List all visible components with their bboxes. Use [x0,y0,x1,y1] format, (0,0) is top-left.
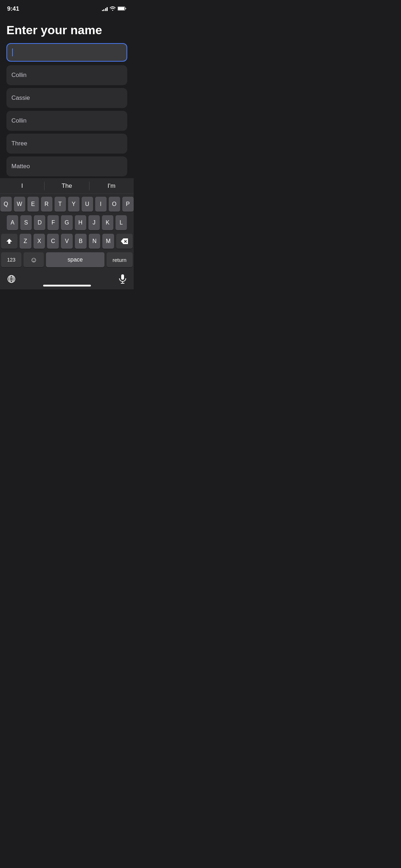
key-v[interactable]: V [61,234,73,249]
status-bar: 9:41 [0,0,134,16]
predictive-word-left[interactable]: I [0,182,44,190]
home-indicator [43,285,91,286]
key-q[interactable]: Q [0,197,12,212]
predictive-bar: I The I'm [0,178,134,194]
wifi-icon [110,6,115,12]
suggestion-text: Collin [11,117,27,124]
suggestion-item-collin-1[interactable]: Collin [6,65,127,85]
suggestion-item-cassie[interactable]: Cassie [6,88,127,108]
suggestion-item-matteo[interactable]: Matteo [6,156,127,176]
battery-icon [118,6,127,12]
page-title: Enter your name [6,23,127,37]
suggestion-text: Collin [11,72,27,79]
key-r[interactable]: R [41,197,52,212]
key-i[interactable]: I [95,197,107,212]
keyboard-row-3: Z X C V B N M [1,234,133,249]
suggestion-text: Three [11,140,27,147]
key-x[interactable]: X [34,234,45,249]
key-m[interactable]: M [102,234,114,249]
key-a[interactable]: A [7,215,18,230]
space-key[interactable]: space [46,252,104,267]
key-d[interactable]: D [34,215,45,230]
keyboard-row-2: A S D F G H J K L [1,215,133,230]
shift-icon [6,238,12,244]
text-cursor [12,48,13,56]
svg-rect-7 [121,274,124,280]
key-p[interactable]: P [122,197,134,212]
signal-icon [102,7,108,11]
suggestion-text: Cassie [11,94,30,102]
shift-key[interactable] [1,234,17,249]
key-g[interactable]: G [61,215,72,230]
keyboard-bottom-bar [0,271,134,289]
keyboard: Q W E R T Y U I O P A S D F G H J K L [0,194,134,267]
key-123[interactable]: 123 [1,252,21,267]
key-l[interactable]: L [115,215,127,230]
key-e[interactable]: E [27,197,39,212]
return-key[interactable]: return [107,252,133,267]
keyboard-row-1: Q W E R T Y U I O P [1,197,133,212]
key-k[interactable]: K [102,215,113,230]
key-t[interactable]: T [55,197,66,212]
status-time: 9:41 [7,5,19,12]
suggestion-text: Matteo [11,163,30,170]
key-n[interactable]: N [89,234,101,249]
key-j[interactable]: J [88,215,100,230]
name-input[interactable] [6,43,127,62]
delete-key[interactable] [116,234,133,249]
keyboard-area: I The I'm Q W E R T Y U I O P A S D [0,178,134,289]
key-y[interactable]: Y [68,197,79,212]
suggestion-item-collin-2[interactable]: Collin [6,111,127,131]
delete-icon [121,238,128,244]
suggestion-item-three[interactable]: Three [6,134,127,154]
predictive-word-right[interactable]: I'm [89,182,134,190]
status-icons [102,6,127,12]
globe-icon[interactable] [7,275,16,285]
emoji-key[interactable]: ☺ [24,252,44,267]
key-u[interactable]: U [82,197,93,212]
main-content: Enter your name Collin Cassie Collin Thr… [0,16,134,199]
key-h[interactable]: H [75,215,86,230]
key-b[interactable]: B [75,234,87,249]
svg-rect-1 [118,7,124,10]
predictive-word-center[interactable]: The [45,182,89,190]
key-w[interactable]: W [14,197,25,212]
key-s[interactable]: S [20,215,32,230]
key-f[interactable]: F [47,215,59,230]
key-o[interactable]: O [109,197,120,212]
mic-icon[interactable] [119,274,127,285]
key-c[interactable]: C [47,234,59,249]
keyboard-row-4: 123 ☺ space return [1,252,133,267]
key-z[interactable]: Z [20,234,31,249]
